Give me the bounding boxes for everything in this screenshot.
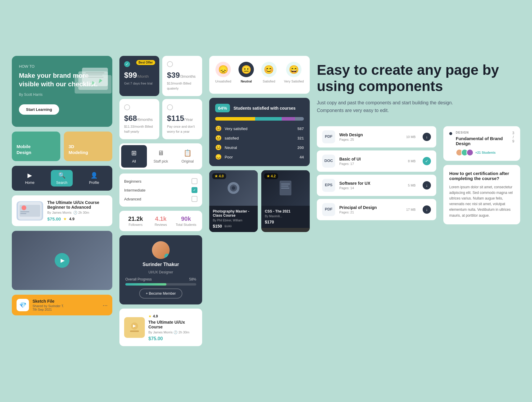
filter-label-original: Original [181,159,194,163]
thumb-author-photography: By Phil Ebiner, William [213,219,254,222]
bar-purple [282,117,295,121]
price-card-68[interactable]: $68/6months $11.33/month Billed half-yea… [119,99,159,139]
course-rating: 4.9 [69,217,74,221]
label-satisfied: satisfied [225,136,297,140]
video-card[interactable] [12,231,112,290]
followers-label: Followers [124,223,147,226]
doc-download-web-design[interactable]: ↓ [423,133,431,141]
price-amount-68: $68/6months [124,114,155,123]
doc-info-web-design: Web Design Pages: 25 [339,132,402,141]
course-duration: 2h 30m [78,211,89,214]
old-price-photography: $180 [224,224,231,228]
filter-tab-all[interactable]: ⊞ All [121,145,147,168]
course-stars: ★ [63,217,67,221]
mood-unsatisfied[interactable]: 😞 Unsatisfied [215,62,231,83]
stat-followers: 21.2k Followers [124,215,147,226]
file-more-button[interactable]: ··· [103,302,108,309]
brand-dot-indicator [449,132,452,135]
checkbox-beginners[interactable] [192,178,197,184]
price-radio-68 [124,104,130,110]
start-learning-button[interactable]: Start Learning [19,104,59,115]
price-radio-selected [124,61,130,67]
page-total: 9 [512,139,514,143]
doc-download-principal-design[interactable]: ↓ [423,205,431,214]
file-shared-by: Shared by Surinder T. [33,304,99,308]
nav-item-search[interactable]: 🔍 Search [51,170,73,187]
doc-info-principal-design: Principal of Design Pages: 21 [339,205,402,214]
price-card-39[interactable]: $39/3months $13/month Billed quaterly [162,56,202,96]
reviews-label: Reviews [149,223,172,226]
course-thumb-photography[interactable]: ★ 4.0 Photography Master - Class Course … [209,170,258,232]
svg-rect-10 [20,213,26,214]
doc-title-basic-ui: Basic of UI [339,157,404,161]
svg-rect-9 [20,211,29,212]
price-card-featured[interactable]: Best Offer $99/Month Get 7 days free tri… [119,56,159,96]
nav-item-home[interactable]: ▶ Home [20,170,40,187]
course-thumb-css[interactable]: ★ 4.2 CSS - The 2021 By Maximili... $170 [261,170,310,232]
filter-tab-original[interactable]: 📋 Original [175,145,200,168]
mini-rating-star: ★ [148,314,152,318]
stat-poor: 😞 Poor 44 [215,154,304,160]
3d-modeling-tile[interactable]: 3DModeling [64,132,112,161]
course-thumbnail [17,201,43,221]
course-title: The Ultimate Ui/Ux Course Beginner to Ad… [47,200,108,210]
price-amount-115: $115/Year [167,114,197,123]
stat-reviews: 4.1k Reviews [149,215,172,226]
emoji-poor: 😞 [215,154,222,160]
satisfaction-list: 😊 Very satisfied 587 😐 satisfied 321 😐 N… [215,125,304,160]
price-period-39: /3months [180,74,195,79]
become-member-button[interactable]: + Become Member [139,288,182,299]
emoji-very-satisfied: 😊 [215,125,222,132]
doc-size-basic-ui: 8 MB [408,159,419,163]
count-satisfied: 321 [297,136,304,140]
mini-course-meta: By James Morris 🕐 2h 30m [148,330,197,334]
mood-very-satisfied[interactable]: 😄 Very Satisfied [284,62,304,83]
price-amount-99: $99/Month [124,71,155,80]
filter-tab-staff-pick[interactable]: 🖥 Staff pick [148,145,174,168]
mini-course-card: ★ 4.9 The Ultimate Ui/Ux Course By James… [119,309,202,346]
page-current: 3 [512,131,514,135]
doc-done-basic-ui[interactable]: ✓ [423,157,431,165]
doc-icon-pdf-2: PDF [322,203,335,216]
thumb-author-css: By Maximili... [265,215,306,218]
thumb-title-photography: Photography Master - Class Course [213,209,254,218]
nav-item-profile[interactable]: 👤 Profile [84,170,104,187]
svg-rect-19 [281,188,289,189]
label-poor: Poor [225,155,300,159]
thumb-price-photography: $150 $180 [213,224,254,228]
main-heading: Easy to create any page by using compone… [317,62,520,94]
nav-label-search: Search [56,181,67,185]
course-price: $75.00 [47,216,61,221]
unsatisfied-face: 😞 [215,62,231,77]
faq-question: How to get certification after completin… [449,171,514,181]
mobile-design-tile[interactable]: MobileDesign [12,132,60,161]
column-1: HOW TO Make your brand more visible with… [12,56,112,346]
emoji-satisfied: 😐 [215,135,222,141]
mini-course-title: The Ultimate Ui/Ux Course [148,320,197,329]
doc-title-web-design: Web Design [339,132,402,137]
doc-title-software-ux: Software for UX [339,181,404,186]
mini-course-thumbnail [124,317,145,338]
doc-info-basic-ui: Basic of UI Pages: 17 [339,157,404,166]
thumb-overlay-photography: Photography Master - Class Course By Phi… [209,206,258,232]
mini-course-price: $75.00 [148,336,197,341]
tile-label-mobile: MobileDesign [17,144,56,155]
price-card-115[interactable]: $115/Year Pay once and don't worry for a… [162,99,202,139]
mood-neutral[interactable]: 😐 Neutral [239,62,254,83]
mood-satisfied[interactable]: 😊 Satisfied [261,62,277,83]
play-button[interactable] [55,253,69,268]
original-icon: 📋 [184,149,192,157]
doc-size-web-design: 10 MB [406,135,419,139]
students-label: Total Students [175,223,197,226]
progress-section: Overall Progress 58% [125,277,196,286]
column-2: Best Offer $99/Month Get 7 days free tri… [119,56,202,346]
doc-icon-pdf-1: PDF [322,130,335,143]
checkbox-advanced[interactable] [192,196,197,202]
doc-icon-eps: EPS [322,179,335,192]
students-count: +21 Students [475,151,496,154]
checkbox-intermediate[interactable] [192,187,197,193]
brand-design-title: Fundamental of Brand Design [456,136,509,146]
stat-students: 90k Total Students [175,215,197,226]
doc-download-software-ux[interactable]: ↓ [423,181,431,189]
profile-avatar: ✓ [152,241,170,259]
